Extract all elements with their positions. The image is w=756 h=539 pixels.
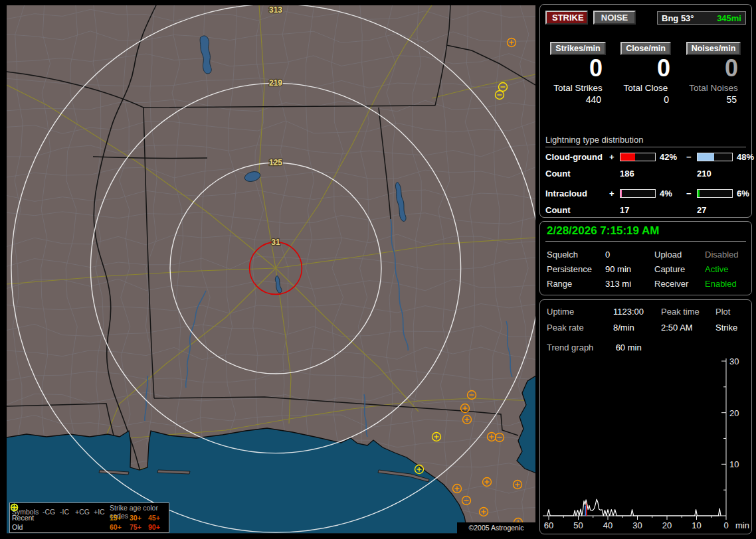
svg-text:0: 0: [723, 520, 728, 530]
close-per-min-button[interactable]: Close/min: [620, 42, 671, 55]
legend-row-old-label: Old: [12, 523, 43, 531]
plus-sign: +: [609, 152, 620, 162]
total-strikes-value: 440: [544, 93, 612, 105]
status-grid: Squelch 0 Upload Disabled Persistence 90…: [547, 250, 746, 289]
persistence-value: 90 min: [605, 264, 654, 274]
svg-text:10: 10: [692, 520, 701, 530]
svg-text:20: 20: [662, 520, 672, 530]
legend-header-pos-cg: +CG: [75, 508, 94, 516]
cg-minus-percent: 48%: [734, 152, 756, 162]
svg-text:30: 30: [632, 520, 642, 530]
divider: [545, 241, 746, 242]
cloud-ground-count-row: Count 186 210: [545, 169, 749, 179]
range-label: Range: [547, 279, 605, 289]
peak-time-label: Peak time: [661, 307, 715, 317]
range-ring-label: 125: [269, 158, 282, 167]
age-code-45: 45+: [148, 514, 166, 522]
age-code-30: 30+: [130, 514, 148, 522]
range-ring-label: 313: [269, 5, 282, 15]
age-code-60: 60+: [110, 523, 130, 531]
trend-graph-chart: 1020306050403020100min: [540, 354, 751, 534]
svg-text:60: 60: [544, 520, 553, 530]
strikes-rate-value: 0: [544, 55, 612, 82]
svg-text:40: 40: [603, 520, 613, 530]
noises-per-min-button[interactable]: Noises/min: [686, 42, 741, 55]
upload-label: Upload: [654, 250, 705, 260]
ic-plus-percent: 4%: [657, 189, 686, 198]
plot-value: Strike: [715, 323, 747, 333]
trend-graph-value: 60 min: [616, 343, 642, 352]
plot-label: Plot: [715, 307, 747, 317]
trend-sparkline: [547, 499, 721, 516]
status-panel: 2/28/2026 7:15:19 AM Squelch 0 Upload Di…: [539, 221, 752, 295]
cg-plus-count: 186: [620, 169, 657, 179]
map-canvas: 31125219313: [7, 5, 535, 534]
age-code-75: 75+: [130, 523, 148, 531]
distribution-title: Lightning type distribution: [545, 135, 746, 147]
range-ring-label: 219: [269, 78, 282, 88]
total-noises-value: 55: [680, 93, 747, 105]
legend-header-pos-ic: +IC: [94, 508, 110, 516]
counters-panel: STRIKE NOISE Bng 53° 345mi Strikes/min C…: [539, 4, 752, 218]
range-ring-label: 31: [271, 238, 280, 247]
intracloud-row: Intracloud + 4% − 6%: [545, 189, 749, 198]
total-strikes-label: Total Strikes: [544, 82, 612, 93]
uptime-grid: Uptime 1123:00 Peak time Plot Peak rate …: [547, 307, 747, 333]
squelch-value: 0: [605, 250, 654, 260]
close-rate-value: 0: [612, 55, 680, 82]
cg-minus-count: 210: [697, 169, 734, 179]
count-label: Count: [545, 205, 609, 215]
total-noises-label: Total Noises: [680, 82, 747, 93]
receiver-label: Receiver: [654, 279, 705, 289]
svg-text:20: 20: [729, 408, 739, 418]
ic-plus-bar: [620, 189, 656, 198]
bearing-value: Bng 53°: [662, 13, 694, 23]
svg-text:30: 30: [729, 356, 739, 366]
bearing-readout: Bng 53° 345mi: [657, 11, 746, 25]
noises-rate-value: 0: [680, 55, 747, 82]
lightning-map[interactable]: 31125219313 Symbols -CG -IC +CG +IC Stri…: [7, 5, 535, 534]
range-value: 313 mi: [605, 279, 654, 289]
cg-minus-bar: [697, 153, 733, 161]
copyright-bar: ©2005 Astrogenic Systems: [457, 522, 535, 534]
uptime-label: Uptime: [547, 307, 613, 317]
receiver-value: Enabled: [705, 279, 746, 289]
trend-graph-label: Trend graph: [547, 343, 613, 352]
squelch-label: Squelch: [547, 250, 605, 260]
peak-rate-value: 8/min: [613, 323, 661, 333]
uptime-value: 1123:00: [613, 307, 661, 317]
legend-row-recent-label: Recent: [12, 514, 43, 522]
count-label: Count: [545, 169, 609, 179]
strike-mode-button[interactable]: STRIKE: [545, 11, 588, 25]
ic-minus-percent: 6%: [734, 189, 756, 198]
cg-plus-percent: 42%: [657, 152, 686, 162]
cloud-ground-label: Cloud-ground: [545, 152, 609, 162]
stormvue-window: 31125219313 Symbols -CG -IC +CG +IC Stri…: [0, 0, 756, 539]
peak-rate-label: Peak rate: [547, 323, 613, 333]
noise-mode-button[interactable]: NOISE: [593, 11, 636, 25]
bearing-distance: 345mi: [717, 13, 741, 23]
age-code-15: 15+: [110, 514, 130, 522]
svg-text:min: min: [735, 520, 749, 530]
peak-time-value: 2:50 AM: [661, 323, 715, 333]
intracloud-label: Intracloud: [545, 189, 609, 198]
rate-counters: Strikes/min Close/min Noises/min 0 0 0 T…: [544, 42, 747, 105]
persistence-label: Persistence: [547, 264, 605, 274]
age-code-90: 90+: [148, 523, 166, 531]
trend-panel: Uptime 1123:00 Peak time Plot Peak rate …: [539, 299, 752, 534]
svg-text:50: 50: [573, 520, 583, 530]
minus-sign: −: [686, 152, 697, 162]
datetime-display: 2/28/2026 7:15:19 AM: [547, 224, 659, 238]
ic-minus-bar: [697, 189, 733, 198]
intracloud-count-row: Count 17 27: [545, 205, 749, 215]
legend-header-neg-ic: -IC: [60, 508, 75, 516]
ic-plus-count: 17: [620, 205, 657, 215]
strikes-per-min-button[interactable]: Strikes/min: [550, 42, 605, 55]
ic-minus-count: 27: [697, 205, 734, 215]
minus-sign: −: [686, 189, 697, 198]
trend-graph-row: Trend graph 60 min: [547, 343, 642, 352]
legend-header-neg-cg: -CG: [43, 508, 60, 516]
total-close-label: Total Close: [612, 82, 680, 93]
capture-value: Active: [705, 264, 746, 274]
upload-value: Disabled: [705, 250, 746, 260]
